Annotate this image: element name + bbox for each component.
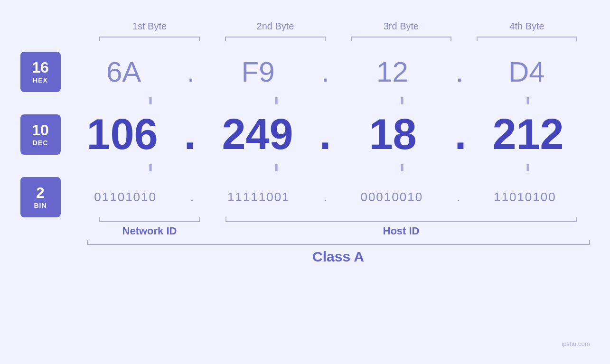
hex-byte-4: D4 bbox=[463, 56, 590, 88]
dec-badge-label: DEC bbox=[33, 139, 48, 147]
top-bracket-4 bbox=[464, 37, 590, 37]
class-label: Class A bbox=[87, 249, 590, 265]
dec-dot-2: . bbox=[319, 110, 331, 159]
bin-row: 2 BIN 01101010 . 11111001 . 00010010 . 1… bbox=[20, 177, 590, 217]
dec-dot-3: . bbox=[454, 110, 466, 159]
bottom-section: Network ID Host ID bbox=[20, 221, 590, 237]
dec-values: 106 . 249 . 18 . 212 bbox=[61, 110, 590, 159]
dec-byte-1: 106 bbox=[61, 110, 184, 159]
hex-byte-3: 12 bbox=[329, 56, 455, 88]
dec-byte-3: 18 bbox=[331, 110, 455, 159]
host-bracket bbox=[213, 221, 590, 222]
main-container: 1st Byte 2nd Byte 3rd Byte 4th Byte 16 H… bbox=[11, 11, 600, 353]
eq-3: II bbox=[400, 95, 402, 107]
host-id-label: Host ID bbox=[213, 225, 590, 237]
byte-headers-row: 1st Byte 2nd Byte 3rd Byte 4th Byte bbox=[20, 21, 590, 32]
hex-badge: 16 HEX bbox=[20, 52, 61, 92]
network-bracket bbox=[87, 221, 213, 222]
byte-header-2: 2nd Byte bbox=[213, 21, 338, 32]
eq-4: II bbox=[526, 95, 528, 107]
dec-row: 10 DEC 106 . 249 . 18 . 212 bbox=[20, 110, 590, 159]
eq-8: II bbox=[526, 162, 528, 174]
dec-badge: 10 DEC bbox=[20, 114, 61, 155]
dec-byte-2: 249 bbox=[196, 110, 319, 159]
hex-values: 6A . F9 . 12 . D4 bbox=[61, 56, 590, 88]
eq-2: II bbox=[274, 95, 276, 107]
equals-row-1: II II II II bbox=[20, 95, 590, 107]
watermark: ipshu.com bbox=[562, 340, 590, 347]
class-bracket bbox=[87, 244, 590, 245]
bin-byte-2: 11111001 bbox=[194, 190, 323, 205]
bin-badge-number: 2 bbox=[36, 185, 45, 201]
hex-byte-2: F9 bbox=[195, 56, 321, 88]
bin-values: 01101010 . 11111001 . 00010010 . 1101010… bbox=[61, 190, 590, 205]
hex-dot-1: . bbox=[187, 56, 195, 88]
hex-byte-1: 6A bbox=[61, 56, 187, 88]
hex-row: 16 HEX 6A . F9 . 12 . D4 bbox=[20, 52, 590, 92]
bin-dot-2: . bbox=[323, 190, 327, 205]
dec-dot-1: . bbox=[184, 110, 196, 159]
eq-1: II bbox=[149, 95, 150, 107]
equals-row-2: II II II II bbox=[20, 162, 590, 174]
byte-header-4: 4th Byte bbox=[464, 21, 590, 32]
dec-byte-4: 212 bbox=[467, 110, 590, 159]
eq-5: II bbox=[149, 162, 150, 174]
top-bracket-2 bbox=[213, 37, 338, 37]
bin-badge: 2 BIN bbox=[20, 177, 61, 217]
bin-byte-1: 01101010 bbox=[61, 190, 190, 205]
bin-byte-3: 00010010 bbox=[327, 190, 457, 205]
byte-header-3: 3rd Byte bbox=[338, 21, 464, 32]
bin-dot-1: . bbox=[190, 190, 194, 205]
bin-dot-3: . bbox=[457, 190, 460, 205]
byte-header-1: 1st Byte bbox=[87, 21, 213, 32]
dec-badge-number: 10 bbox=[32, 122, 49, 139]
network-id-label: Network ID bbox=[87, 225, 213, 237]
eq-7: II bbox=[400, 162, 402, 174]
hex-badge-number: 16 bbox=[32, 59, 49, 76]
bin-byte-4: 11010100 bbox=[460, 190, 590, 205]
bottom-labels: Network ID Host ID bbox=[87, 225, 590, 237]
bottom-brackets bbox=[87, 221, 590, 222]
top-bracket-1 bbox=[87, 37, 213, 37]
hex-dot-3: . bbox=[456, 56, 464, 88]
hex-dot-2: . bbox=[321, 56, 329, 88]
top-bracket-3 bbox=[338, 37, 464, 37]
class-section: Class A bbox=[20, 244, 590, 265]
hex-badge-label: HEX bbox=[33, 76, 48, 84]
top-brackets bbox=[20, 37, 590, 37]
bin-badge-label: BIN bbox=[34, 202, 47, 209]
eq-6: II bbox=[274, 162, 276, 174]
